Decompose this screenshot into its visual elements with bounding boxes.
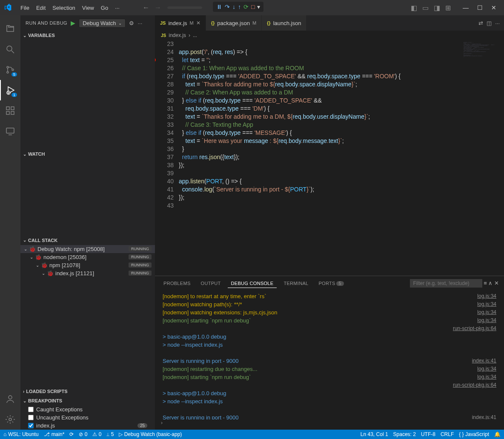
filter-icon[interactable]: ≡ (484, 280, 487, 286)
errors-status[interactable]: ⊘ 0 (79, 431, 87, 437)
console-source-link[interactable]: run-script-pkg.js:64 (453, 381, 496, 389)
maximize-button[interactable]: ☐ (473, 4, 487, 11)
breakpoint-dot[interactable] (155, 58, 156, 62)
sync-status[interactable]: ⟳ (69, 431, 74, 437)
console-filter-input[interactable] (410, 279, 482, 288)
run-debug-icon[interactable]: 1 (0, 80, 20, 100)
callstack-item[interactable]: ⌄ 🐞 nodemon [25036]RUNNING (20, 253, 155, 261)
tab-package.json[interactable]: {}package.jsonM (206, 15, 262, 31)
compare-icon[interactable]: ⇄ (478, 20, 483, 26)
debug-toolbar-btn-0[interactable]: ⏸ (216, 3, 222, 10)
watch-section-header[interactable]: ⌄WATCH (20, 149, 155, 159)
source-control-icon[interactable]: 5 (0, 60, 20, 80)
eol-status[interactable]: CRLF (441, 431, 454, 437)
console-source-link[interactable]: log.js:34 (477, 365, 496, 373)
ports-status[interactable]: ⟂ 5 (106, 431, 114, 437)
breakpoints-section-header[interactable]: ⌄BREAKPOINTS (20, 396, 155, 405)
debug-toolbar-btn-5[interactable]: □ (251, 3, 255, 10)
warnings-status[interactable]: ⚠ 0 (92, 431, 101, 437)
callstack-item[interactable]: ⌄ 🐞 Debug Watch: npm [25008]RUNNING (20, 245, 155, 253)
encoding-status[interactable]: UTF-8 (421, 431, 435, 437)
menu-go[interactable]: Go (97, 5, 112, 11)
svg-point-3 (7, 71, 9, 73)
svg-rect-8 (6, 111, 9, 114)
close-panel-icon[interactable]: ✕ (494, 280, 499, 286)
layout-icon-2[interactable]: ◨ (431, 4, 443, 11)
settings-gear-icon[interactable] (0, 409, 20, 430)
menu-edit[interactable]: Edit (33, 5, 49, 11)
panel-tab-terminal[interactable]: TERMINAL (280, 279, 312, 288)
console-source-link[interactable]: log.js:34 (477, 308, 496, 316)
command-center-search[interactable] (167, 6, 202, 9)
panel-tab-debug-console[interactable]: DEBUG CONSOLE (228, 279, 277, 288)
callstack-section-header[interactable]: ⌄CALL STACK (20, 236, 155, 245)
nav-back-icon[interactable]: ← (140, 4, 152, 11)
explorer-icon[interactable] (0, 19, 20, 39)
tab-index.js[interactable]: JSindex.jsM✕ (155, 15, 206, 31)
account-icon[interactable] (0, 389, 20, 409)
more-icon[interactable]: ··· (137, 20, 142, 26)
line-gutter[interactable]: 2324252627282930313233343536373839404142… (155, 40, 179, 276)
search-icon[interactable] (0, 39, 20, 60)
start-debug-icon[interactable]: ▶ (71, 20, 75, 26)
layout-icon-3[interactable]: ⊞ (443, 4, 453, 11)
git-branch-status[interactable]: ⎇ main* (44, 431, 65, 437)
breadcrumb[interactable]: JS index.js › ... (155, 31, 504, 40)
debug-console-output[interactable]: [nodemon] to restart at any time, enter … (155, 291, 504, 419)
menu-file[interactable]: File (17, 5, 33, 11)
menu-view[interactable]: View (79, 5, 97, 11)
variables-section-header[interactable]: ⌄VARIABLES (20, 31, 155, 40)
console-source-link[interactable]: log.js:34 (477, 316, 496, 325)
remote-status[interactable]: ⌂ WSL: Ubuntu (3, 431, 39, 437)
console-source-link[interactable]: log.js:34 (477, 300, 496, 308)
console-source-link[interactable]: index.js:41 (472, 413, 496, 419)
debug-toolbar-btn-2[interactable]: ↓ (232, 3, 235, 10)
loaded-scripts-section-header[interactable]: ›LOADED SCRIPTS (20, 387, 155, 396)
remote-icon[interactable] (0, 121, 20, 141)
debug-toolbar-btn-1[interactable]: ↷ (225, 3, 230, 10)
console-source-link[interactable]: index.js:41 (472, 357, 496, 365)
tab-launch.json[interactable]: {}launch.json (262, 15, 306, 31)
debug-console-input[interactable]: › (155, 419, 504, 430)
menu-selection[interactable]: Selection (49, 5, 78, 11)
svg-rect-9 (11, 111, 14, 114)
minimap[interactable]: app.post('/', (req, res) => { let text =… (461, 40, 504, 276)
caught-exceptions-checkbox[interactable]: Caught Exceptions (20, 405, 155, 413)
console-line: > node --inspect index.js (163, 397, 496, 405)
gear-icon[interactable]: ⚙ (129, 20, 134, 26)
minimize-button[interactable]: — (458, 4, 473, 11)
debug-sidebar: RUN AND DEBUG ▶ Debug Watch⌄ ⚙ ··· ⌄VARI… (20, 15, 155, 430)
extensions-icon[interactable] (0, 100, 20, 121)
breakpoint-file-item[interactable]: index.js25 (20, 422, 155, 430)
code-editor[interactable]: app.post('/', (req, res) => { let text =… (179, 40, 461, 276)
panel-tab-output[interactable]: OUTPUT (198, 279, 224, 288)
console-source-link[interactable]: log.js:34 (477, 373, 496, 381)
launch-config-dropdown[interactable]: Debug Watch⌄ (79, 19, 126, 28)
layout-icon-1[interactable]: ▭ (420, 4, 431, 11)
sidebar-title: RUN AND DEBUG (26, 20, 67, 26)
more-icon[interactable]: ··· (495, 20, 500, 26)
panel-tab-ports[interactable]: PORTS5 (315, 279, 347, 288)
callstack-item[interactable]: ⌄ 🐞 npm [21078]RUNNING (20, 261, 155, 269)
debug-toolbar-btn-3[interactable]: ↑ (238, 3, 241, 10)
panel-tab-problems[interactable]: PROBLEMS (160, 279, 194, 288)
debug-status[interactable]: ▷ Debug Watch (basic-app) (119, 431, 182, 437)
callstack-item[interactable]: ⌄ 🐞 index.js [21121]RUNNING (20, 269, 155, 277)
language-status[interactable]: { } JavaScript (459, 431, 489, 437)
notifications-icon[interactable]: 🔔 (494, 431, 501, 437)
nav-forward-icon[interactable]: → (152, 4, 164, 11)
clear-icon[interactable]: ∧ (488, 280, 493, 286)
debug-toolbar-btn-6[interactable]: ▾ (257, 3, 260, 10)
cursor-position-status[interactable]: Ln 43, Col 1 (361, 431, 388, 437)
console-source-link[interactable]: run-script-pkg.js:64 (453, 325, 496, 333)
uncaught-exceptions-checkbox[interactable]: Uncaught Exceptions (20, 413, 155, 422)
indent-status[interactable]: Spaces: 2 (393, 431, 416, 437)
close-icon[interactable]: ✕ (196, 20, 200, 26)
split-icon[interactable]: ◫ (487, 20, 492, 26)
layout-icon-0[interactable]: ◧ (408, 4, 420, 11)
debug-toolbar-btn-4[interactable]: ⟳ (243, 3, 249, 10)
menu-···[interactable]: ··· (112, 5, 123, 11)
close-button[interactable]: ✕ (487, 4, 501, 11)
svg-rect-10 (6, 128, 14, 133)
console-source-link[interactable]: log.js:34 (477, 292, 496, 300)
